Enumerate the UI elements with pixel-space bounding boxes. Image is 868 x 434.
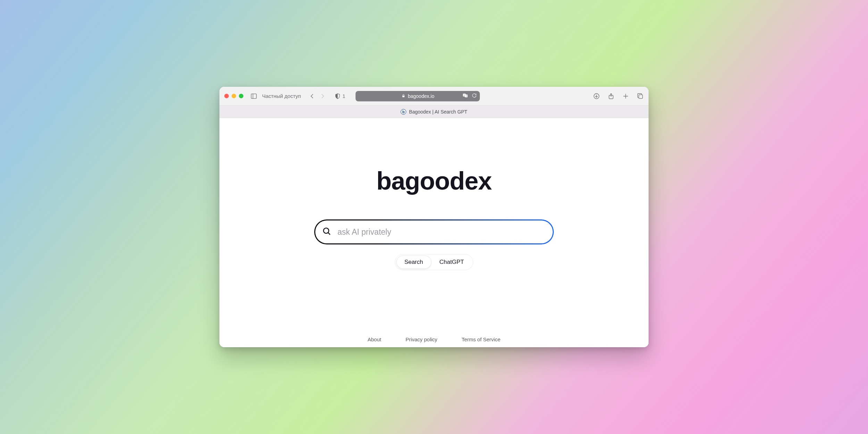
svg-text:A: A xyxy=(464,94,465,96)
footer-links: About Privacy policy Terms of Service xyxy=(368,336,501,342)
tab-overview-button[interactable] xyxy=(637,93,644,100)
footer-privacy-link[interactable]: Privacy policy xyxy=(406,336,437,342)
svg-point-14 xyxy=(324,228,329,233)
translate-icon[interactable]: A文 xyxy=(462,93,468,99)
mode-chatgpt-option[interactable]: ChatGPT xyxy=(432,256,472,269)
reload-icon[interactable] xyxy=(471,93,477,99)
mode-toggle: Search ChatGPT xyxy=(395,254,474,270)
search-input[interactable] xyxy=(337,227,548,237)
toolbar-right-group xyxy=(593,93,644,100)
page-content: bagoodex Search ChatGPT About Privacy po… xyxy=(219,118,649,347)
sidebar-toggle-button[interactable] xyxy=(250,93,257,100)
site-logo: bagoodex xyxy=(376,167,492,195)
tab-title[interactable]: Bagoodex | AI Search GPT xyxy=(409,109,467,115)
tab-strip: b Bagoodex | AI Search GPT xyxy=(219,106,649,118)
close-window-button[interactable] xyxy=(224,94,229,98)
back-button[interactable] xyxy=(309,93,316,100)
footer-terms-link[interactable]: Terms of Service xyxy=(462,336,501,342)
forward-button[interactable] xyxy=(319,93,326,100)
svg-line-15 xyxy=(328,233,330,235)
svg-rect-0 xyxy=(251,94,257,98)
downloads-button[interactable] xyxy=(593,93,600,100)
share-button[interactable] xyxy=(608,93,615,100)
new-tab-button[interactable] xyxy=(622,93,629,100)
safari-window: Частный доступ 1 bagoodex.io A文 xyxy=(219,87,649,347)
privacy-shield-indicator[interactable]: 1 xyxy=(334,93,345,99)
lock-icon xyxy=(401,93,406,99)
private-browsing-label: Частный доступ xyxy=(262,93,301,99)
svg-rect-2 xyxy=(402,95,404,97)
search-icon xyxy=(322,227,331,237)
address-bar-url: bagoodex.io xyxy=(408,93,434,99)
minimize-window-button[interactable] xyxy=(232,94,236,98)
svg-text:文: 文 xyxy=(466,95,467,97)
tracker-count: 1 xyxy=(343,93,345,99)
address-bar[interactable]: bagoodex.io A文 xyxy=(356,91,480,101)
browser-toolbar: Частный доступ 1 bagoodex.io A文 xyxy=(219,87,649,106)
window-traffic-lights xyxy=(224,94,243,98)
svg-rect-13 xyxy=(639,94,643,98)
search-bar[interactable] xyxy=(314,219,554,244)
mode-search-option[interactable]: Search xyxy=(397,256,431,269)
navigation-arrows xyxy=(309,93,326,100)
tab-favicon: b xyxy=(401,109,406,115)
footer-about-link[interactable]: About xyxy=(368,336,381,342)
zoom-window-button[interactable] xyxy=(239,94,243,98)
